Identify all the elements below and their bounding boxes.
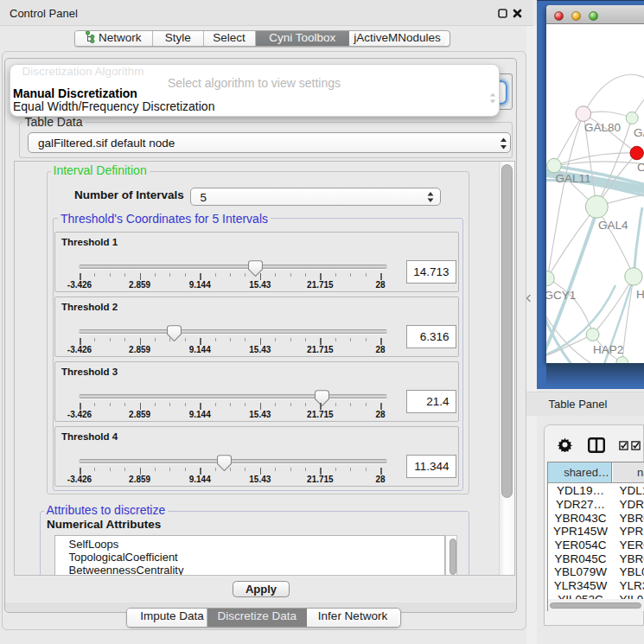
svg-text:GAL80: GAL80	[584, 121, 621, 134]
svg-text:GA: GA	[634, 126, 644, 139]
svg-text:HAP2: HAP2	[593, 343, 623, 356]
svg-text:GCY1: GCY1	[546, 289, 576, 302]
svg-text:C: C	[637, 161, 644, 174]
svg-text:GAL4: GAL4	[598, 219, 628, 232]
svg-text:GAL11: GAL11	[555, 172, 590, 185]
svg-text:H: H	[636, 288, 644, 301]
